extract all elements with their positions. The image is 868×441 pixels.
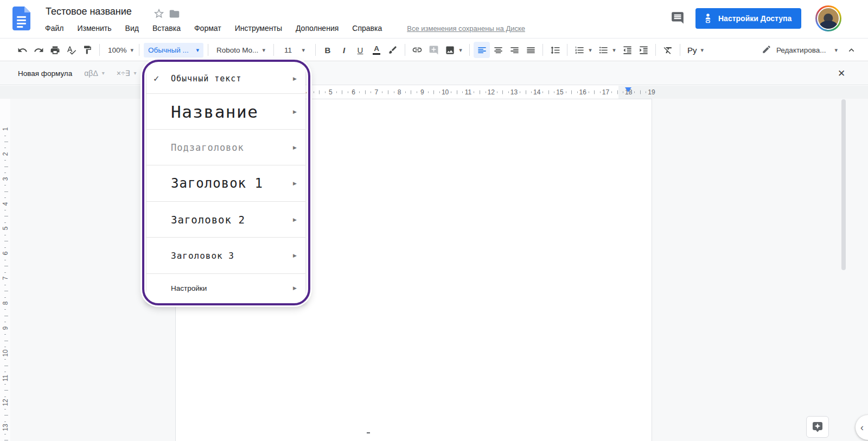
docs-logo-icon[interactable] xyxy=(12,7,30,30)
ruler-tick xyxy=(4,210,6,210)
vertical-ruler[interactable]: 12345678910111213 xyxy=(0,99,10,441)
style-item-subtitle[interactable]: Подзаголовок ▶ xyxy=(146,130,305,165)
clear-formatting-button[interactable] xyxy=(660,42,676,58)
close-equation-bar-icon[interactable]: ✕ xyxy=(834,66,848,80)
avatar-photo xyxy=(817,7,840,30)
ruler-tick xyxy=(531,92,532,93)
chevron-down-icon: ▾ xyxy=(262,47,265,53)
input-tools-button[interactable]: Ру▾ xyxy=(684,42,707,58)
move-folder-icon[interactable] xyxy=(169,8,180,20)
zoom-select[interactable]: 100%▾ xyxy=(104,42,135,58)
ruler-number: 11 xyxy=(465,88,471,96)
ruler-tick xyxy=(4,415,8,416)
spellcheck-button[interactable] xyxy=(63,42,79,58)
ruler-tick xyxy=(462,92,463,93)
ruler-tick xyxy=(4,316,8,316)
ruler-indent-marker[interactable] xyxy=(625,87,631,92)
save-status-link[interactable]: Все изменения сохранены на Диске xyxy=(407,24,525,33)
menu-format[interactable]: Формат xyxy=(194,23,222,34)
ruler-tick xyxy=(634,92,635,93)
collapse-toolbar-button[interactable] xyxy=(843,42,859,58)
bold-button[interactable]: B xyxy=(320,42,336,58)
ruler-tick xyxy=(4,148,6,148)
ruler-tick xyxy=(382,92,382,93)
style-item-options[interactable]: Настройки ▶ xyxy=(146,274,305,302)
ruler-tick xyxy=(520,92,520,93)
ruler-number: 1 xyxy=(2,124,9,135)
comments-icon[interactable] xyxy=(671,11,686,26)
align-center-button[interactable] xyxy=(490,42,506,58)
line-spacing-button[interactable] xyxy=(547,42,563,58)
italic-button[interactable]: I xyxy=(336,42,352,58)
chevron-down-icon: ▾ xyxy=(589,47,592,53)
explore-button[interactable] xyxy=(806,416,829,438)
style-item-normal-text[interactable]: ✓ Обычный текст ▶ xyxy=(146,63,305,94)
menu-view[interactable]: Вид xyxy=(125,23,139,34)
menu-help[interactable]: Справка xyxy=(352,23,382,34)
insert-link-button[interactable] xyxy=(409,42,425,58)
menu-file[interactable]: Файл xyxy=(44,23,64,34)
ruler-number: 7 xyxy=(2,273,9,284)
show-side-panel-button[interactable]: ‹ xyxy=(856,415,868,440)
menu-insert[interactable]: Вставка xyxy=(152,23,181,34)
chevron-down-icon: ▾ xyxy=(701,47,704,53)
new-formula-label[interactable]: Новая формула xyxy=(18,69,72,78)
chevron-down-icon: ▾ xyxy=(459,47,462,53)
ruler-tick xyxy=(319,91,320,94)
undo-button[interactable] xyxy=(14,42,30,58)
font-size-select[interactable]: 11▾ xyxy=(278,42,311,58)
greek-letters-menu[interactable]: αβΔ▾ xyxy=(84,69,105,78)
ruler-tick xyxy=(405,92,406,93)
increase-indent-button[interactable] xyxy=(635,42,652,58)
horizontal-ruler[interactable]: 45678910111213141516171819 xyxy=(0,86,868,99)
ruler-tick xyxy=(4,285,6,285)
text-color-button[interactable]: A xyxy=(368,42,385,58)
chevron-down-icon: ▾ xyxy=(131,47,134,53)
star-icon[interactable] xyxy=(153,8,165,20)
ruler-tick xyxy=(4,191,8,192)
toolbar: 100%▾ Обычный ...▾ Roboto Mo...▾ 11▾ B I… xyxy=(0,39,868,61)
underline-button[interactable]: U xyxy=(352,42,368,58)
ruler-tick xyxy=(4,334,6,335)
header: Тестовое название Файл Изменить Вид Вста… xyxy=(0,0,868,39)
submenu-arrow-icon: ▶ xyxy=(293,285,297,291)
styles-select[interactable]: Обычный ...▾ xyxy=(144,43,203,57)
ruler-tick xyxy=(4,341,8,341)
ruler-tick xyxy=(4,347,6,347)
document-title[interactable]: Тестовое название xyxy=(46,6,132,17)
insert-image-button[interactable]: ▾ xyxy=(442,42,465,58)
bulleted-list-button[interactable]: ▾ xyxy=(595,42,619,58)
justify-button[interactable] xyxy=(522,42,539,58)
align-left-button[interactable] xyxy=(474,42,490,58)
highlight-color-button[interactable] xyxy=(385,42,401,58)
decrease-indent-button[interactable] xyxy=(619,42,635,58)
paint-format-button[interactable] xyxy=(79,42,95,58)
align-right-button[interactable] xyxy=(506,42,522,58)
style-item-heading-1[interactable]: Заголовок 1 ▶ xyxy=(146,165,305,202)
style-item-title[interactable]: Название ▶ xyxy=(146,94,305,130)
toolbar-divider xyxy=(139,44,139,56)
menu-tools[interactable]: Инструменты xyxy=(234,23,283,34)
menu-edit[interactable]: Изменить xyxy=(76,23,112,34)
chevron-down-icon: ▾ xyxy=(834,47,838,53)
redo-button[interactable] xyxy=(30,42,47,58)
menu-addons[interactable]: Дополнения xyxy=(295,23,339,34)
font-select[interactable]: Roboto Mo...▾ xyxy=(212,42,270,58)
ruler-number: 10 xyxy=(442,88,449,96)
math-operators-menu[interactable]: ×÷∃▾ xyxy=(117,69,137,78)
ruler-number: 15 xyxy=(556,88,563,96)
editing-mode-select[interactable]: Редактирова... ▾ xyxy=(762,44,838,56)
ruler-tick xyxy=(4,172,6,173)
avatar[interactable] xyxy=(815,5,841,31)
toolbar-divider xyxy=(405,44,405,56)
style-item-heading-3[interactable]: Заголовок 3 ▶ xyxy=(146,238,305,274)
add-comment-button[interactable] xyxy=(425,42,442,58)
share-button[interactable]: Настройки Доступа xyxy=(695,8,801,29)
ruler-tick xyxy=(4,266,8,266)
vertical-scrollbar[interactable] xyxy=(841,99,846,270)
style-item-heading-2[interactable]: Заголовок 2 ▶ xyxy=(146,202,305,238)
toolbar-divider xyxy=(99,44,100,56)
numbered-list-button[interactable]: ▾ xyxy=(571,42,595,58)
ruler-tick xyxy=(589,92,589,93)
print-button[interactable] xyxy=(47,42,63,58)
